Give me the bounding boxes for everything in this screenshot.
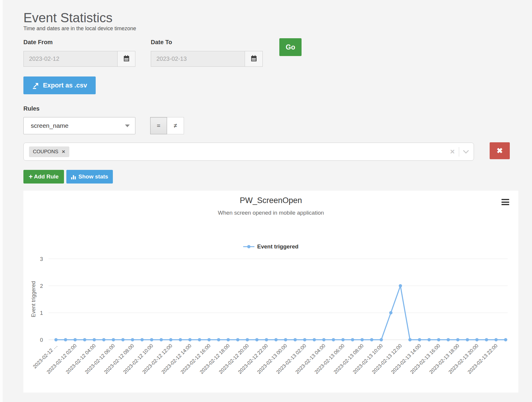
- rule-field-selected-value: screen_name: [31, 122, 125, 129]
- chart-card: PW_ScreenOpen When screen opened in mobi…: [23, 191, 518, 393]
- chip-remove-icon[interactable]: ✕: [62, 149, 65, 154]
- date-from-group: [23, 51, 135, 67]
- window-left-edge: [0, 0, 3, 402]
- operator-equals-button[interactable]: =: [150, 117, 167, 134]
- remove-rule-button[interactable]: ✖: [490, 142, 510, 159]
- go-button[interactable]: Go: [279, 38, 302, 56]
- clear-values-icon[interactable]: ✕: [450, 149, 455, 155]
- rule-value-multiselect[interactable]: COUPONS ✕ ✕: [23, 143, 474, 161]
- date-to-calendar-button[interactable]: [245, 51, 262, 66]
- plus-icon: +: [29, 173, 33, 180]
- value-chip: COUPONS ✕: [29, 146, 69, 157]
- remove-rule-icon: ✖: [497, 146, 503, 155]
- calendar-icon: [250, 55, 257, 63]
- calendar-icon: [123, 55, 130, 63]
- date-from-label: Date From: [23, 39, 53, 46]
- svg-text:0: 0: [40, 337, 43, 343]
- svg-text:1: 1: [40, 310, 43, 316]
- add-rule-button[interactable]: + Add Rule: [23, 170, 64, 184]
- svg-text:3: 3: [40, 256, 43, 262]
- date-to-input[interactable]: [151, 51, 245, 66]
- export-arrow-icon: [32, 82, 39, 89]
- export-csv-label: Export as .csv: [43, 82, 87, 89]
- page-title: Event Statistics: [23, 10, 113, 25]
- show-stats-button[interactable]: Show stats: [66, 170, 113, 184]
- date-from-calendar-button[interactable]: [117, 51, 135, 66]
- date-to-group: [151, 51, 263, 67]
- dropdown-chevron-icon[interactable]: [463, 150, 469, 154]
- show-stats-label: Show stats: [78, 173, 108, 180]
- chevron-down-icon: [125, 125, 130, 127]
- export-csv-button[interactable]: Export as .csv: [23, 76, 96, 94]
- svg-text:2: 2: [40, 283, 43, 289]
- value-chip-label: COUPONS: [33, 149, 58, 155]
- divider: [459, 147, 459, 157]
- rules-heading: Rules: [23, 105, 39, 112]
- operator-toggle-group: = ≠: [150, 117, 184, 134]
- page-subtitle: Time and dates are in the local device t…: [23, 25, 136, 32]
- line-chart-plot: 01232023-02-12 …2023-02-12 02:002023-02-…: [23, 191, 518, 393]
- operator-not-equals-button[interactable]: ≠: [167, 117, 184, 134]
- date-from-input[interactable]: [24, 51, 117, 66]
- date-to-label: Date To: [151, 39, 172, 46]
- add-rule-label: Add Rule: [34, 173, 59, 180]
- bar-chart-icon: [71, 174, 76, 179]
- rule-field-select[interactable]: screen_name: [23, 117, 135, 134]
